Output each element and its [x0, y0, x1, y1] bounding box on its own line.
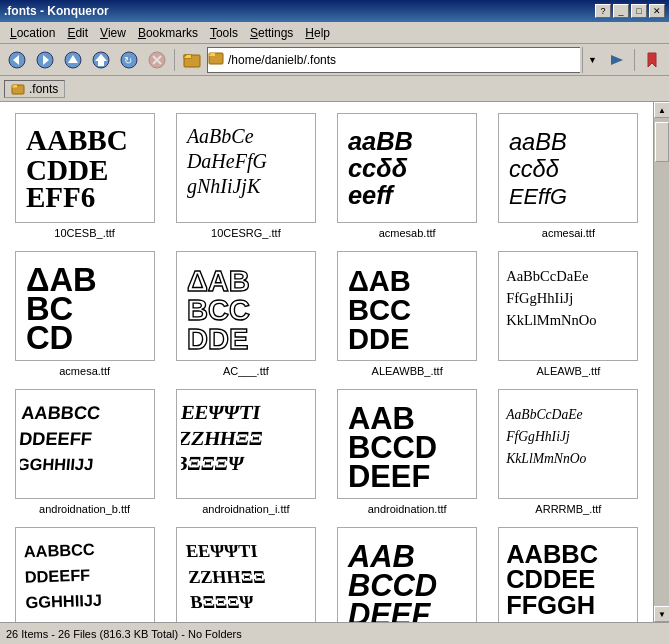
svg-text:DDEEFF: DDEEFF: [24, 566, 90, 586]
file-name-label: ARRRMB_.ttf: [535, 503, 601, 515]
font-preview-thumbnail: ΔΑΒBCCDDE: [176, 251, 316, 361]
stop-button[interactable]: [144, 47, 170, 73]
svg-text:AABBC: AABBC: [507, 540, 599, 568]
window-title: .fonts - Konqueror: [4, 4, 109, 18]
close-button[interactable]: ✕: [649, 4, 665, 18]
list-item[interactable]: AaBbCcDaEeFfGgHhIiJjKkLlMmNnOoARRRMB_.tt…: [488, 382, 649, 520]
breadcrumb-fonts[interactable]: .fonts: [4, 80, 65, 98]
maximize-button[interactable]: □: [631, 4, 647, 18]
font-preview-thumbnail: AABBCCDDEEF: [337, 389, 477, 499]
titlebar: .fonts - Konqueror ? _ □ ✕: [0, 0, 669, 22]
statusbar: 26 Items - 26 Files (816.3 KB Total) - N…: [0, 622, 669, 644]
font-preview-thumbnail: ΕΕΨΨΤΙΖΖΗΗΞΞΒΞΞΞΨ: [176, 389, 316, 499]
svg-text:DDEEFF: DDEEFF: [20, 429, 93, 449]
font-preview-thumbnail: AaBbCcDaEeFfGgHhIiJjKkLlMmNnOo: [498, 251, 638, 361]
status-text: 26 Items - 26 Files (816.3 KB Total) - N…: [6, 628, 242, 640]
list-item[interactable]: ΔΑΒBCCDDEAC___.ttf: [165, 244, 326, 382]
breadcrumb-bar: .fonts: [0, 76, 669, 102]
svg-text:ccδδ: ccδδ: [509, 156, 560, 182]
menubar: Location Edit View Bookmarks Tools Setti…: [0, 22, 669, 44]
svg-text:DDE: DDE: [348, 323, 409, 355]
home-button[interactable]: [88, 47, 114, 73]
svg-text:ΔΑΒ: ΔΑΒ: [348, 265, 411, 297]
svg-text:ΕΕΨΨΤΙ: ΕΕΨΨΤΙ: [181, 402, 262, 424]
svg-text:GGHHIIJJ: GGHHIIJJ: [25, 591, 102, 612]
bookmark-add-button[interactable]: [639, 47, 665, 73]
minimize-button[interactable]: _: [613, 4, 629, 18]
svg-text:ccδδ: ccδδ: [348, 154, 408, 182]
help-button[interactable]: ?: [595, 4, 611, 18]
font-preview-thumbnail: ΕΕΨΨΤΙΖΖΗΗΞΞΒΞΞΞΨ: [176, 527, 316, 622]
font-preview-thumbnail: aaBBccδδeeff: [337, 113, 477, 223]
svg-text:DaHeFfG: DaHeFfG: [186, 150, 268, 173]
svg-text:ΒΞΞΞΨ: ΒΞΞΞΨ: [181, 452, 246, 474]
menu-location[interactable]: Location: [4, 24, 61, 42]
list-item[interactable]: AABBCCDDEEFandroidnation.ttf: [327, 382, 488, 520]
font-preview-thumbnail: AABBCCDDEEFFGGH: [498, 527, 638, 622]
svg-text:DEEF: DEEF: [348, 459, 430, 494]
forward-button[interactable]: [32, 47, 58, 73]
list-item[interactable]: aaBBccδδEEffGacmesai.ttf: [488, 106, 649, 244]
location-icon-btn[interactable]: [179, 47, 205, 73]
file-name-label: ALEAWB_.ttf: [536, 365, 600, 377]
list-item[interactable]: AaBbCcDaEeFfGgHhIiJjKkLlMmNnOoALEAWB_.tt…: [488, 244, 649, 382]
up-button[interactable]: [60, 47, 86, 73]
list-item[interactable]: ΔΑΒBCCDDEALEAWBB_.ttf: [327, 244, 488, 382]
go-button[interactable]: [604, 47, 630, 73]
breadcrumb-label: .fonts: [29, 82, 58, 96]
menu-tools[interactable]: Tools: [204, 24, 244, 42]
location-bar-icon: [208, 50, 224, 69]
list-item[interactable]: aaBBccδδeeffacmesab.ttf: [327, 106, 488, 244]
font-preview-thumbnail: AABBCCDDEEFF6: [15, 113, 155, 223]
svg-marker-20: [611, 55, 623, 65]
font-preview-thumbnail: aaBBccδδEEffG: [498, 113, 638, 223]
back-button[interactable]: [4, 47, 30, 73]
location-input[interactable]: [228, 53, 580, 67]
svg-text:GGHHIIJJ: GGHHIIJJ: [20, 455, 94, 473]
titlebar-buttons: ? _ □ ✕: [595, 4, 665, 18]
list-item[interactable]: ΔΑΒBCCDacmesa.ttf: [4, 244, 165, 382]
menu-settings[interactable]: Settings: [244, 24, 299, 42]
svg-text:BCC: BCC: [187, 294, 250, 326]
svg-text:AABBCC: AABBCC: [20, 403, 100, 423]
menu-bookmarks[interactable]: Bookmarks: [132, 24, 204, 42]
list-item[interactable]: ΕΕΨΨΤΙΖΖΗΗΞΞΒΞΞΞΨandroidnation_i.ttf: [165, 382, 326, 520]
svg-text:AABBC: AABBC: [26, 124, 128, 156]
font-preview-thumbnail: AaBbCeDaHeFfGgNhIiJjK: [176, 113, 316, 223]
svg-text:KkLlMmNnOo: KkLlMmNnOo: [506, 451, 587, 466]
svg-marker-21: [648, 53, 656, 67]
file-name-label: ALEAWBB_.ttf: [372, 365, 443, 377]
svg-text:AaBbCcDaEe: AaBbCcDaEe: [507, 268, 589, 284]
toolbar: ↻ ▼: [0, 44, 669, 76]
list-item[interactable]: AaBbCeDaHeFfGgNhIiJjK10CESRG_.ttf: [165, 106, 326, 244]
scrollbar-thumb[interactable]: [655, 122, 669, 162]
file-name-label: AC___.ttf: [223, 365, 269, 377]
menu-edit[interactable]: Edit: [61, 24, 94, 42]
svg-text:aaBB: aaBB: [509, 129, 567, 155]
file-name-label: androidnation.ttf: [368, 503, 447, 515]
file-name-label: androidnation_b.ttf: [39, 503, 130, 515]
svg-text:ΕΕΨΨΤΙ: ΕΕΨΨΤΙ: [185, 541, 259, 561]
svg-text:FfGgHhIiJj: FfGgHhIiJj: [506, 429, 571, 444]
scroll-down-button[interactable]: ▼: [654, 606, 669, 622]
menu-help[interactable]: Help: [299, 24, 336, 42]
list-item[interactable]: AABBCCDDEEFFGGHdestructobeambb_reg.ttf: [488, 520, 649, 622]
font-preview-thumbnail: ΔΑΒBCCDDE: [337, 251, 477, 361]
scroll-up-button[interactable]: ▲: [654, 102, 669, 118]
list-item[interactable]: AABBCCDDEEFFGGHHIIJJandroidnation_b.ttf: [4, 382, 165, 520]
location-dropdown-btn[interactable]: ▼: [582, 47, 602, 73]
toolbar-separator-1: [174, 49, 175, 71]
svg-text:aaBB: aaBB: [348, 127, 413, 155]
toolbar-separator-2: [634, 49, 635, 71]
svg-text:EFF6: EFF6: [26, 181, 95, 213]
file-name-label: androidnation_i.ttf: [202, 503, 289, 515]
reload-button[interactable]: ↻: [116, 47, 142, 73]
svg-text:DDE: DDE: [187, 323, 248, 355]
svg-text:AaBbCcDaEe: AaBbCcDaEe: [506, 407, 583, 422]
list-item[interactable]: AABBCCDDEEFFGGHHIIJJcharbb_reg.otf: [4, 520, 165, 622]
list-item[interactable]: AABBCCDDEEFF610CESB_.ttf: [4, 106, 165, 244]
list-item[interactable]: AABBCCDDEEFdestructobeambb_bold.ttf: [327, 520, 488, 622]
menu-view[interactable]: View: [94, 24, 132, 42]
list-item[interactable]: ΕΕΨΨΤΙΖΖΗΗΞΞΒΞΞΞΨDARKAB_.ttf: [165, 520, 326, 622]
svg-text:gNhIiJjK: gNhIiJjK: [187, 175, 262, 198]
